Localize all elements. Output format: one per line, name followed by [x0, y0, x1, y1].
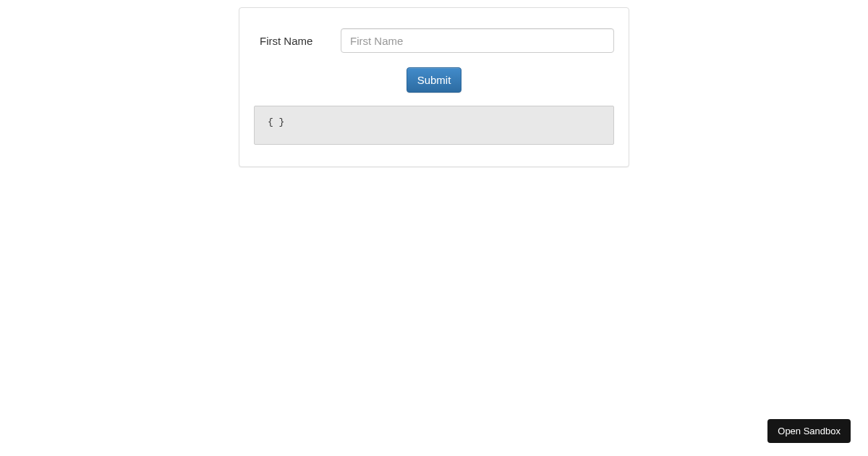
submit-button[interactable]: Submit	[407, 67, 462, 93]
submit-row: Submit	[254, 67, 614, 93]
form-panel: First Name Submit { }	[239, 7, 629, 167]
first-name-input[interactable]	[341, 28, 614, 53]
open-sandbox-button[interactable]: Open Sandbox	[767, 419, 851, 443]
output-display: { }	[254, 106, 614, 145]
first-name-label: First Name	[254, 35, 341, 47]
form-row-first-name: First Name	[254, 22, 614, 53]
